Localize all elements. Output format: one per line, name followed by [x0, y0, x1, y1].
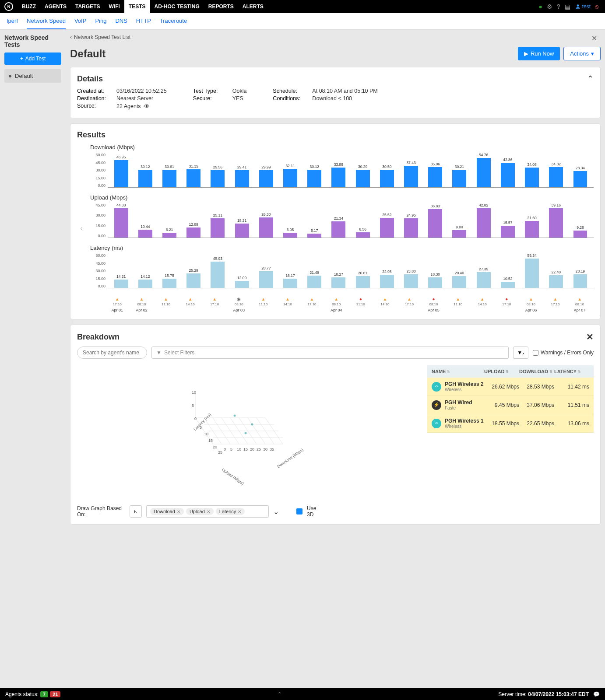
warnings-only-toggle[interactable]: Warnings / Errors Only	[533, 350, 594, 356]
subnav-dns[interactable]: DNS	[115, 13, 127, 29]
search-input[interactable]	[77, 346, 147, 359]
bar[interactable]: 15.57	[496, 203, 519, 238]
notes-icon[interactable]: ▤	[563, 3, 573, 10]
nav-wifi[interactable]: WIFI	[104, 0, 124, 13]
bar[interactable]: 42.82	[472, 203, 495, 238]
bar[interactable]: 25.29	[182, 253, 205, 288]
bar[interactable]: 27.39	[472, 253, 495, 288]
warnings-checkbox[interactable]	[533, 350, 538, 356]
use-3d-checkbox[interactable]	[296, 508, 302, 514]
bar[interactable]: 30.50	[375, 153, 398, 187]
close-icon[interactable]: ✕	[586, 332, 594, 342]
bar[interactable]: 46.95	[109, 153, 133, 187]
subnav-http[interactable]: HTTP	[136, 13, 151, 29]
bar[interactable]: 18.27	[327, 253, 350, 288]
bar[interactable]: 36.83	[424, 203, 447, 238]
logout-icon[interactable]: ⎋	[593, 3, 601, 10]
col-upload[interactable]: UPLOAD ⇅	[484, 369, 519, 374]
chevron-up-icon[interactable]: ⌃	[587, 74, 594, 84]
chip-upload[interactable]: Upload✕	[186, 508, 214, 515]
subnav-network-speed[interactable]: Network Speed	[27, 13, 66, 29]
breadcrumb[interactable]: ‹ Network Speed Test List ✕	[70, 30, 601, 45]
bar[interactable]: 22.40	[545, 253, 568, 288]
chip-latency[interactable]: Latency✕	[216, 508, 245, 515]
bar[interactable]: 32.11	[278, 153, 302, 187]
chevron-down-icon[interactable]: ⌄	[273, 508, 279, 516]
bar[interactable]: 21.60	[520, 203, 543, 238]
nav-alerts[interactable]: ALERTS	[238, 0, 268, 13]
bar[interactable]: 21.34	[327, 203, 350, 238]
bar[interactable]: 28.34	[569, 153, 592, 187]
bar[interactable]: 37.43	[399, 153, 422, 187]
bar[interactable]: 18.21	[230, 203, 253, 238]
nav-agents[interactable]: AGENTS	[40, 0, 71, 13]
col-name[interactable]: NAME ⇅	[432, 369, 484, 374]
logo[interactable]: N	[4, 2, 13, 11]
subnav-traceroute[interactable]: Traceroute	[160, 13, 187, 29]
bar[interactable]: 12.00	[230, 253, 253, 288]
bar[interactable]: 33.88	[327, 153, 350, 187]
chip-download[interactable]: Download✕	[150, 508, 184, 515]
eye-icon[interactable]: 👁	[144, 103, 150, 110]
run-now-button[interactable]: ▶ Run Now	[518, 47, 560, 60]
bar[interactable]: 29.56	[206, 153, 229, 187]
bar[interactable]: 23.19	[569, 253, 592, 288]
table-row[interactable]: ⌔PGH Wireless 1Wireless18.55 Mbps22.65 M…	[427, 414, 594, 433]
col-download[interactable]: DOWNLOAD ⇅	[519, 369, 554, 374]
bar[interactable]: 20.61	[351, 253, 374, 288]
bar[interactable]: 26.30	[254, 203, 278, 238]
nav-tests[interactable]: TESTS	[124, 0, 150, 13]
bar[interactable]: 30.12	[134, 153, 157, 187]
actions-button[interactable]: Actions ▾	[563, 47, 601, 60]
bar[interactable]: 12.89	[182, 203, 205, 238]
bar[interactable]: 10.44	[134, 203, 157, 238]
bar[interactable]: 6.21	[158, 203, 181, 238]
bar[interactable]: 45.93	[206, 253, 229, 288]
clear-filter-button[interactable]: ▼ₓ	[513, 346, 528, 359]
bar[interactable]: 31.35	[182, 153, 205, 187]
bar[interactable]: 20.40	[448, 253, 471, 288]
plot-3d[interactable]: 10 5 0 5 10 15 20 25 0510 152025 3035	[77, 365, 419, 497]
bar[interactable]: 14.12	[134, 253, 157, 288]
status-ok-icon[interactable]: ●	[536, 3, 544, 10]
table-row[interactable]: ⌔PGH Wireless 2Wireless26.62 Mbps28.53 M…	[427, 378, 594, 396]
subnav-iperf[interactable]: Iperf	[7, 13, 18, 29]
col-latency[interactable]: LATENCY ⇅	[554, 369, 589, 374]
add-test-button[interactable]: + Add Test	[4, 52, 61, 65]
help-icon[interactable]: ?	[555, 3, 563, 10]
bar[interactable]: 29.99	[254, 153, 278, 187]
subnav-voip[interactable]: VoIP	[74, 13, 86, 29]
subnav-ping[interactable]: Ping	[95, 13, 106, 29]
bar[interactable]: 5.17	[303, 203, 326, 238]
bar[interactable]: 35.06	[424, 153, 447, 187]
bar[interactable]: 16.17	[278, 253, 302, 288]
bar[interactable]: 30.61	[158, 153, 181, 187]
scroll-left-icon[interactable]: ‹	[77, 144, 86, 312]
filter-select[interactable]: ▼ Select Filters	[151, 346, 509, 359]
bar[interactable]: 44.88	[109, 203, 133, 238]
chip-remove-icon[interactable]: ✕	[238, 509, 241, 514]
gear-icon[interactable]: ⚙	[545, 3, 555, 10]
chip-remove-icon[interactable]: ✕	[207, 509, 210, 514]
bar[interactable]: 55.34	[520, 253, 543, 288]
chip-remove-icon[interactable]: ✕	[177, 509, 180, 514]
chart-type-button[interactable]: ⊾	[130, 505, 142, 518]
bar[interactable]: 42.86	[496, 153, 519, 187]
sidebar-test-item[interactable]: Default	[4, 69, 61, 83]
bar[interactable]: 54.76	[472, 153, 495, 187]
nav-ad-hoc-testing[interactable]: AD-HOC TESTING	[150, 0, 204, 13]
bar[interactable]: 28.77	[254, 253, 278, 288]
bar[interactable]: 39.16	[545, 203, 568, 238]
bar[interactable]: 30.12	[303, 153, 326, 187]
metric-chips[interactable]: Download✕Upload✕Latency✕	[146, 505, 269, 518]
bar[interactable]: 6.05	[278, 203, 302, 238]
bar[interactable]: 6.56	[351, 203, 374, 238]
nav-targets[interactable]: TARGETS	[71, 0, 104, 13]
bar[interactable]: 30.21	[448, 153, 471, 187]
bar[interactable]: 9.28	[569, 203, 592, 238]
nav-buzz[interactable]: BUZZ	[18, 0, 40, 13]
bar[interactable]: 24.95	[399, 203, 422, 238]
bar[interactable]: 15.75	[158, 253, 181, 288]
bar[interactable]: 9.80	[448, 203, 471, 238]
user-menu[interactable]: test	[573, 4, 593, 10]
